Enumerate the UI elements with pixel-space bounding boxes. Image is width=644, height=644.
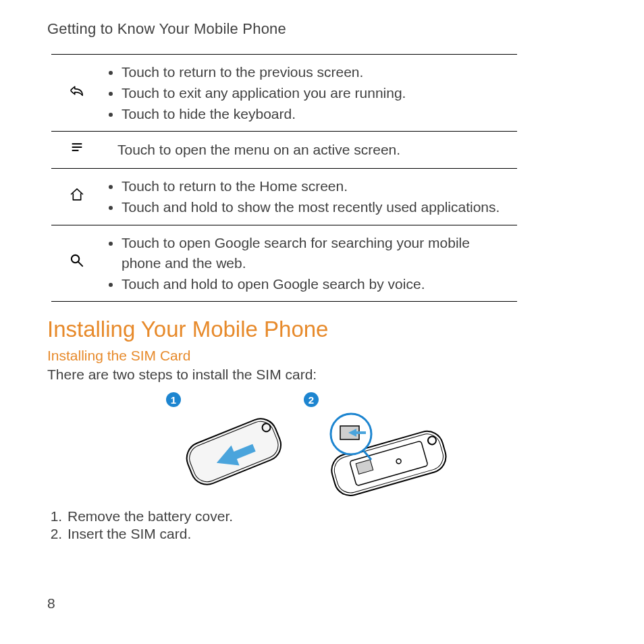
back-icon [68, 86, 86, 102]
table-row: Touch to open Google search for searchin… [51, 225, 517, 301]
sim-install-diagram: 1 2 [47, 390, 513, 504]
section-title-installing-sim: Installing the SIM Card [47, 348, 597, 364]
desc-cell: Touch to return to the Home screen. Touc… [103, 169, 517, 225]
list-item: Touch to open Google search for searchin… [122, 233, 512, 273]
menu-icon [68, 143, 86, 159]
page-header: Getting to Know Your Mobile Phone [47, 20, 597, 38]
phone-sim-illustration [304, 411, 459, 499]
step-item: Insert the SIM card. [66, 526, 597, 542]
button-reference-table: Touch to return to the previous screen. … [51, 54, 517, 302]
page-number: 8 [47, 595, 55, 612]
intro-text: There are two steps to install the SIM c… [47, 367, 597, 383]
table-row: Touch to open the menu on an active scre… [51, 132, 517, 169]
step-badge-2: 2 [304, 392, 319, 407]
desc-cell: Touch to open the menu on an active scre… [103, 132, 517, 169]
list-item: Touch to exit any application you are ru… [122, 83, 512, 103]
icon-cell [51, 55, 103, 132]
list-item: Touch and hold to show the most recently… [122, 197, 512, 217]
list-item: Touch to return to the previous screen. [122, 62, 512, 82]
desc-cell: Touch to return to the previous screen. … [103, 55, 517, 132]
icon-cell [51, 169, 103, 225]
step-item: Remove the battery cover. [66, 508, 597, 525]
desc-cell: Touch to open Google search for searchin… [103, 225, 517, 301]
section-title-installing-phone: Installing Your Mobile Phone [47, 317, 597, 342]
list-item: Touch to hide the keyboard. [122, 104, 512, 124]
page: Getting to Know Your Mobile Phone Touch … [0, 0, 644, 644]
list-item: Touch to open the menu on an active scre… [108, 138, 512, 161]
home-icon [68, 190, 86, 206]
diagram-step-2: 2 [304, 392, 459, 499]
sim-install-steps: Remove the battery cover. Insert the SIM… [47, 508, 597, 542]
list-item: Touch to return to the Home screen. [122, 176, 512, 196]
phone-cover-illustration [166, 411, 294, 492]
svg-line-4 [78, 262, 83, 267]
icon-cell [51, 132, 103, 169]
table-row: Touch to return to the Home screen. Touc… [51, 169, 517, 225]
search-icon [68, 257, 86, 272]
table-row: Touch to return to the previous screen. … [51, 55, 517, 132]
step-badge-1: 1 [166, 392, 181, 407]
list-item: Touch and hold to open Google search by … [122, 274, 512, 294]
icon-cell [51, 225, 103, 301]
diagram-step-1: 1 [166, 392, 294, 499]
